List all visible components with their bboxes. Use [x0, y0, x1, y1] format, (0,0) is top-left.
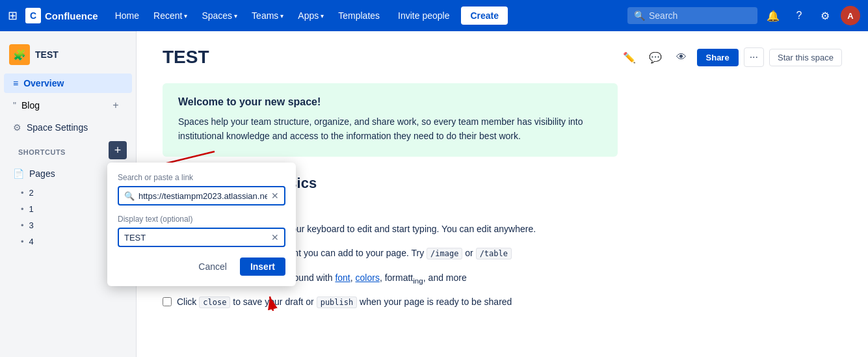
inline-code: e [259, 224, 272, 235]
watch-icon[interactable]: 👁 [671, 47, 692, 68]
edit-icon[interactable]: ✏️ [619, 47, 640, 68]
checkbox-row: Click close to save your draft or publis… [163, 297, 618, 307]
chevron-down-icon: ▾ [234, 12, 237, 20]
settings-icon[interactable]: ⚙ [815, 5, 835, 26]
topnav-nav: Home Recent ▾ Spaces ▾ Teams ▾ Apps ▾ Te… [109, 7, 386, 25]
welcome-text: Spaces help your team structure, organiz… [178, 114, 602, 144]
page-number: 2 [29, 188, 34, 198]
logo-text: Confluence [45, 10, 98, 21]
add-blog-button[interactable]: + [109, 98, 123, 112]
logo[interactable]: C Confluence [25, 8, 98, 23]
welcome-title: Welcome to your new space! [178, 96, 602, 108]
inline-code: /table [476, 248, 512, 259]
topnav: ⊞ C Confluence Home Recent ▾ Spaces ▾ Te… [0, 0, 868, 31]
star-space-button[interactable]: Star this space [769, 49, 842, 66]
layout: 🧩 TEST ≡ Overview " Blog + ⚙ Space Setti… [0, 31, 868, 357]
sidebar-item-blog[interactable]: " Blog + [4, 94, 132, 117]
page-title: TEST [163, 47, 209, 68]
add-shortcut-button[interactable]: + [109, 141, 127, 159]
search-bar[interactable]: 🔍 Search [627, 7, 757, 24]
close-code: close [199, 297, 230, 308]
chevron-down-icon: ▾ [321, 12, 324, 20]
save-checkbox[interactable] [163, 297, 172, 306]
sidebar-item-space-settings[interactable]: ⚙ Space Settings [4, 118, 132, 137]
font-link[interactable]: font [335, 272, 350, 283]
inline-code: / [168, 248, 180, 259]
publish-code: publish [317, 297, 358, 308]
avatar[interactable]: A [841, 6, 860, 25]
welcome-banner: Welcome to your new space! Spaces help y… [163, 83, 618, 157]
chevron-down-icon: ▾ [280, 12, 283, 20]
more-options-button[interactable]: ··· [744, 47, 764, 67]
page-actions: ✏️ 💬 👁 Share ··· Star this space [619, 47, 842, 68]
search-placeholder: Search [649, 10, 677, 21]
nav-teams[interactable]: Teams ▾ [245, 7, 290, 25]
nav-home[interactable]: Home [109, 7, 146, 25]
list-item[interactable]: • 2 [0, 185, 136, 201]
space-name: TEST [35, 49, 59, 60]
help-icon[interactable]: ? [789, 5, 809, 26]
page-number: 3 [29, 220, 34, 230]
pages-icon: 📄 [13, 168, 24, 179]
list-item[interactable]: • 1 [0, 201, 136, 217]
grid-icon[interactable]: ⊞ [8, 8, 18, 23]
nav-apps[interactable]: Apps ▾ [291, 7, 330, 25]
pages-header: 📄 Pages ··· [4, 163, 132, 184]
editing-label: editing this page: [163, 202, 618, 218]
comment-icon[interactable]: 💬 [645, 47, 666, 68]
list-item[interactable]: • 3 [0, 217, 136, 233]
chevron-down-icon: ▾ [184, 12, 187, 20]
slash-block: t / to see all the types of content you … [163, 246, 618, 261]
inline-code: /image [427, 248, 462, 259]
invite-people-button[interactable]: Invite people [391, 7, 456, 25]
nav-templates[interactable]: Templates [332, 7, 386, 25]
sidebar-item-overview[interactable]: ≡ Overview [4, 73, 132, 93]
pages-label: Pages [29, 168, 55, 179]
nav-recent[interactable]: Recent ▾ [147, 7, 194, 25]
space-icon: 🧩 [9, 44, 30, 65]
page-number: 4 [29, 237, 34, 246]
main-content: TEST ✏️ 💬 👁 Share ··· Star this space We… [137, 31, 868, 357]
logo-icon: C [25, 8, 41, 23]
sidebar-item-label: Overview [23, 78, 64, 88]
page-header: TEST ✏️ 💬 👁 Share ··· Star this space [163, 47, 842, 68]
shortcuts-row: SHORTCUTS + [0, 138, 136, 163]
nav-spaces[interactable]: Spaces ▾ [195, 7, 244, 25]
list-item[interactable]: • 4 [0, 233, 136, 250]
search-icon: 🔍 [634, 10, 645, 21]
overview-icon: ≡ [13, 78, 18, 88]
notifications-icon[interactable]: 🔔 [763, 5, 783, 26]
shortcuts-title: SHORTCUTS [9, 140, 75, 160]
section-title: started with the basics [163, 175, 618, 192]
share-button[interactable]: Share [697, 49, 739, 66]
create-button[interactable]: Create [461, 7, 508, 25]
sidebar: 🧩 TEST ≡ Overview " Blog + ⚙ Space Setti… [0, 31, 137, 357]
editing-block: editing this page: ick the pencil icon 🖊… [163, 202, 618, 237]
space-header: 🧩 TEST [0, 39, 136, 73]
editing-text: ick the pencil icon 🖊 or e on your keybo… [163, 222, 618, 237]
colors-link[interactable]: colors [356, 272, 380, 283]
settings-gear-icon: ⚙ [13, 122, 21, 133]
sidebar-item-label: Space Settings [27, 122, 88, 133]
blog-icon: " [13, 100, 16, 111]
content-section: started with the basics editing this pag… [163, 175, 618, 307]
toolbar-block: e the toolbar at the top to play around … [163, 271, 618, 287]
page-number: 1 [29, 204, 34, 214]
pages-more-icon[interactable]: ··· [114, 168, 123, 179]
blog-label: Blog [21, 100, 40, 111]
